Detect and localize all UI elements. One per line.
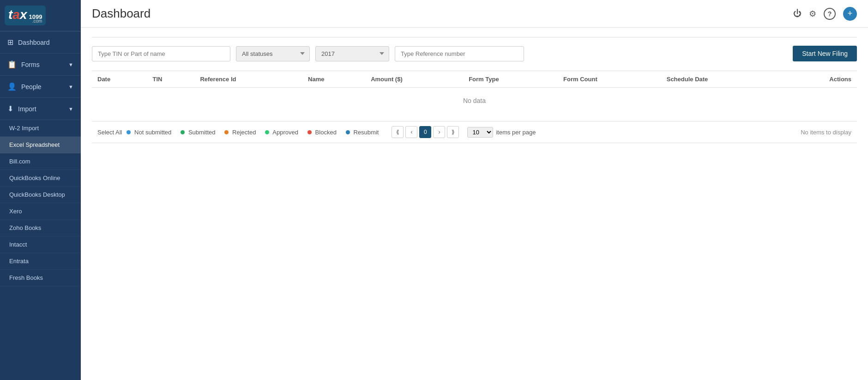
no-data-row: No data	[92, 88, 857, 114]
logo: tax 1099 .com	[0, 0, 81, 31]
sub-item-intacct-label: Intacct	[9, 241, 27, 248]
col-reference-id: Reference Id	[194, 71, 302, 88]
approved-status: Approved	[265, 129, 298, 136]
content-area: All statuses Submitted Not submitted Rej…	[81, 28, 868, 380]
sidebar-item-people-label: People	[21, 83, 42, 90]
sub-item-fresh-books[interactable]: Fresh Books	[0, 270, 81, 286]
col-date: Date	[92, 71, 147, 88]
blocked-dot	[307, 130, 312, 134]
first-page-button[interactable]: ⟪	[392, 126, 404, 138]
logo-com-text: .com	[28, 18, 42, 24]
current-page-button[interactable]: 0	[419, 126, 431, 138]
status-filter-select[interactable]: All statuses Submitted Not submitted Rej…	[236, 46, 310, 61]
tin-search-input[interactable]	[92, 46, 230, 61]
people-arrow-icon: ▼	[68, 84, 73, 90]
sidebar: tax 1099 .com ⊞ Dashboard 📋 Forms ▼ 👤 Pe…	[0, 0, 81, 380]
submitted-label: Submitted	[188, 129, 216, 136]
col-actions: Actions	[781, 71, 857, 88]
main-content: Dashboard ⏻ ⚙ ? + All statuses Submitted…	[81, 0, 868, 380]
resubmit-dot	[346, 130, 350, 134]
people-icon: 👤	[7, 82, 17, 91]
topbar-actions: ⏻ ⚙ ? +	[793, 7, 857, 21]
select-all-label[interactable]: Select All	[97, 129, 122, 136]
col-form-count: Form Count	[558, 71, 661, 88]
page-controls: ⟪ ‹ 0 › ⟫	[392, 126, 459, 138]
sub-item-zoho-books[interactable]: Zoho Books	[0, 220, 81, 236]
sub-item-quickbooks-online-label: QuickBooks Online	[9, 175, 60, 181]
table-header-row: Date TIN Reference Id Name Amount ($) Fo…	[92, 71, 857, 88]
sidebar-item-dashboard-label: Dashboard	[18, 39, 50, 46]
blocked-status: Blocked	[307, 129, 337, 136]
sub-item-entrata[interactable]: Entrata	[0, 253, 81, 270]
sub-item-quickbooks-desktop-label: QuickBooks Desktop	[9, 191, 65, 198]
no-items-message: No items to display	[801, 129, 851, 136]
sub-item-xero-label: Xero	[9, 208, 22, 215]
logo-tax-text: tax	[8, 7, 27, 22]
rejected-dot	[224, 130, 229, 134]
sub-item-excel-spreadsheet[interactable]: Excel Spreadsheet	[0, 137, 81, 153]
approved-dot	[265, 130, 269, 134]
sub-item-bill-com-label: Bill.com	[9, 158, 30, 165]
start-new-filing-button[interactable]: Start New Filing	[793, 46, 857, 61]
sub-item-excel-spreadsheet-label: Excel Spreadsheet	[9, 141, 60, 148]
sub-item-bill-com[interactable]: Bill.com	[0, 153, 81, 170]
import-icon: ⬇	[7, 104, 13, 113]
data-table: Date TIN Reference Id Name Amount ($) Fo…	[92, 71, 857, 114]
sub-item-xero[interactable]: Xero	[0, 203, 81, 220]
sub-item-quickbooks-desktop[interactable]: QuickBooks Desktop	[0, 187, 81, 203]
sidebar-item-forms[interactable]: 📋 Forms ▼	[0, 54, 81, 76]
rejected-status: Rejected	[224, 129, 256, 136]
power-icon[interactable]: ⏻	[793, 9, 802, 18]
sidebar-item-people[interactable]: 👤 People ▼	[0, 76, 81, 98]
sub-item-zoho-books-label: Zoho Books	[9, 224, 41, 231]
sub-item-intacct[interactable]: Intacct	[0, 236, 81, 253]
sub-item-w2-import-label: W-2 Import	[9, 125, 39, 132]
not-submitted-status: Not submitted	[127, 129, 171, 136]
submitted-status: Submitted	[181, 129, 215, 136]
sub-item-w2-import[interactable]: W-2 Import	[0, 120, 81, 137]
col-name: Name	[302, 71, 365, 88]
rejected-label: Rejected	[232, 129, 256, 136]
no-data-label: No data	[92, 88, 857, 114]
approved-label: Approved	[272, 129, 298, 136]
next-page-button[interactable]: ›	[433, 126, 445, 138]
submitted-dot	[181, 130, 185, 134]
topbar: Dashboard ⏻ ⚙ ? +	[81, 0, 868, 28]
col-amount: Amount ($)	[365, 71, 463, 88]
col-schedule-date: Schedule Date	[661, 71, 781, 88]
resubmit-label: Resubmit	[353, 129, 379, 136]
dashboard-icon: ⊞	[7, 38, 13, 47]
help-icon[interactable]: ?	[824, 8, 836, 20]
add-button[interactable]: +	[843, 7, 857, 21]
plus-icon: +	[848, 9, 853, 18]
items-per-page-label: items per page	[496, 129, 536, 136]
last-page-button[interactable]: ⟫	[447, 126, 459, 138]
sidebar-item-forms-label: Forms	[21, 61, 40, 68]
sidebar-item-dashboard[interactable]: ⊞ Dashboard	[0, 31, 81, 54]
filter-bar: All statuses Submitted Not submitted Rej…	[92, 46, 857, 61]
col-form-type: Form Type	[463, 71, 558, 88]
items-per-page-select[interactable]: 10 25 50 100	[467, 127, 493, 138]
sub-item-quickbooks-online[interactable]: QuickBooks Online	[0, 170, 81, 187]
reference-number-input[interactable]	[395, 46, 524, 61]
sidebar-item-import[interactable]: ⬇ Import ▼	[0, 98, 81, 120]
sub-item-fresh-books-label: Fresh Books	[9, 274, 43, 281]
resubmit-status: Resubmit	[346, 129, 379, 136]
page-title: Dashboard	[92, 6, 151, 21]
sidebar-item-import-label: Import	[18, 105, 36, 113]
col-tin: TIN	[147, 71, 194, 88]
sub-item-entrata-label: Entrata	[9, 258, 29, 265]
year-filter-select[interactable]: 2017 2016 2015 2014	[315, 46, 389, 61]
not-submitted-dot	[127, 130, 131, 134]
forms-icon: 📋	[7, 60, 17, 69]
import-arrow-icon: ▼	[68, 106, 73, 112]
items-per-page-control: 10 25 50 100 items per page	[467, 127, 536, 138]
blocked-label: Blocked	[315, 129, 337, 136]
prev-page-button[interactable]: ‹	[405, 126, 417, 138]
not-submitted-label: Not submitted	[134, 129, 171, 136]
settings-icon[interactable]: ⚙	[809, 9, 816, 19]
pagination-bar: Select All Not submitted Submitted Rejec…	[92, 121, 857, 143]
forms-arrow-icon: ▼	[68, 62, 73, 67]
